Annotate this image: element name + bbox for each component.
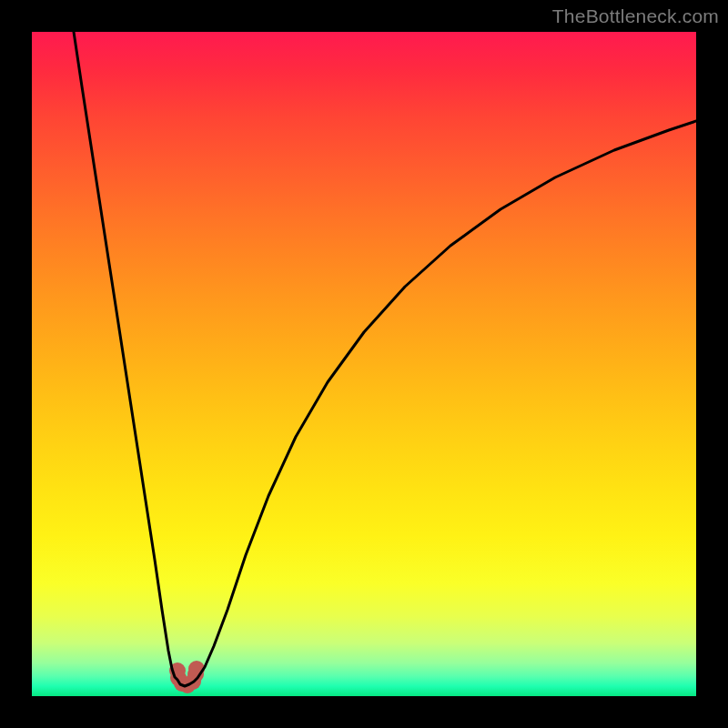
curve-path (74, 32, 696, 686)
watermark-text: TheBottleneck.com (552, 5, 719, 27)
bottleneck-curve (32, 32, 696, 696)
plot-area (32, 32, 696, 696)
chart-frame: TheBottleneck.com (0, 0, 728, 728)
